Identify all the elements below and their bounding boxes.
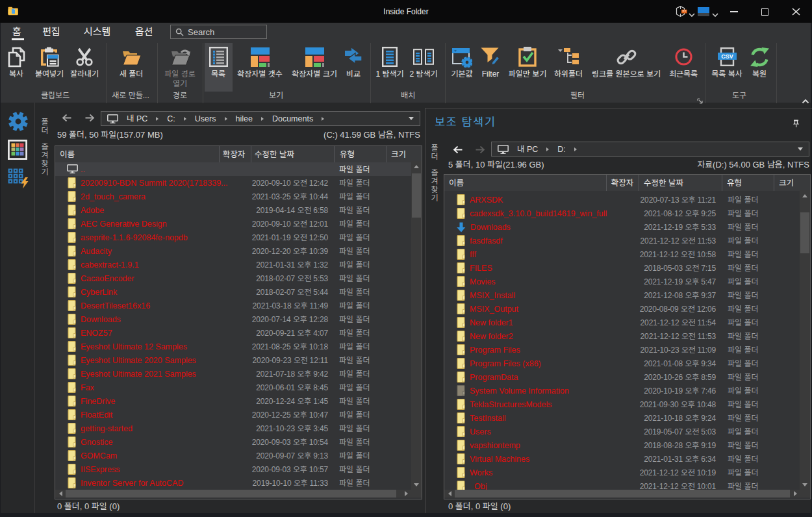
svg-text:CSV: CSV <box>721 53 733 59</box>
